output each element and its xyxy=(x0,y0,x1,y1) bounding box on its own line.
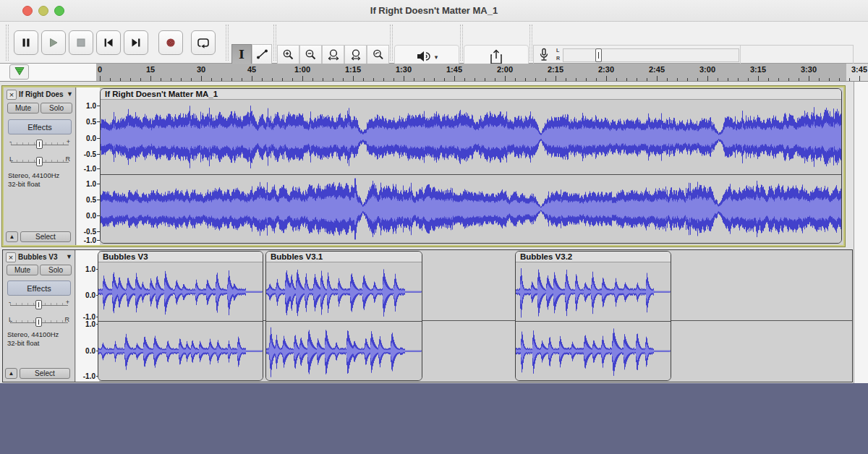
ruler-minor-tick xyxy=(110,78,111,81)
ruler-time-label: 45 xyxy=(247,65,256,74)
play-button[interactable] xyxy=(41,30,66,55)
vertical-scrollbar[interactable] xyxy=(854,82,868,383)
skip-to-start-button[interactable] xyxy=(96,30,121,55)
ruler-time-label: 1:45 xyxy=(446,65,462,74)
pan-slider-thumb[interactable] xyxy=(36,157,43,166)
ruler-minor-tick xyxy=(363,78,364,81)
toolbar-grip[interactable] xyxy=(529,25,532,61)
vertical-scale[interactable]: 1.00.50.0-0.5-1.01.00.50.0-0.5-1.0 xyxy=(77,87,100,245)
ruler-minor-tick xyxy=(586,78,587,81)
ruler-major-tick xyxy=(302,76,303,81)
ruler-minor-tick xyxy=(242,78,242,81)
audio-clip[interactable]: Bubbles V3 xyxy=(98,251,263,381)
track-title[interactable]: Bubbles V3 xyxy=(18,253,63,261)
clip-title: Bubbles V3 xyxy=(98,252,263,262)
record-meter: LR xyxy=(534,46,853,65)
ruler-major-tick xyxy=(505,76,506,81)
track-control-panel: ×Bubbles V3▼MuteSoloEffects-+LRStereo, 4… xyxy=(3,250,75,382)
track-menu-icon[interactable]: ▼ xyxy=(66,253,72,260)
zoom-in-icon xyxy=(282,48,294,61)
close-track-button[interactable]: × xyxy=(6,252,16,262)
effects-button[interactable]: Effects xyxy=(7,280,71,296)
track-title[interactable]: If Right Doesn xyxy=(19,90,64,98)
record-meter-bar[interactable] xyxy=(563,48,739,62)
collapse-track-button[interactable]: ▲ xyxy=(6,231,18,242)
microphone-icon[interactable] xyxy=(538,48,550,65)
effects-button[interactable]: Effects xyxy=(8,119,72,134)
track-2[interactable]: ×Bubbles V3▼MuteSoloEffects-+LRStereo, 4… xyxy=(2,249,853,382)
ruler-minor-tick xyxy=(849,78,850,81)
chevron-down-icon: ▾ xyxy=(435,53,438,61)
toolbar-grip[interactable] xyxy=(390,25,393,61)
audio-clip[interactable]: Bubbles V3.1 xyxy=(265,251,422,381)
timeline-scale[interactable] xyxy=(96,64,846,81)
scale-label: -1.0 xyxy=(84,165,96,173)
skip-to-end-button[interactable] xyxy=(124,30,148,55)
scale-label: -1.0 xyxy=(84,236,96,244)
track-format-info: 32-bit float xyxy=(8,180,40,188)
track-1[interactable]: ×If Right Doesn▼MuteSoloEffects-+LRStere… xyxy=(2,86,845,247)
zoom-out-button[interactable] xyxy=(299,45,322,64)
pause-button[interactable] xyxy=(14,30,38,55)
share-icon xyxy=(464,49,528,65)
zoom-to-project-icon xyxy=(349,48,362,61)
zoom-toggle-button[interactable] xyxy=(367,45,389,64)
audio-clip[interactable]: If Right Doesn't Matter MA_1 xyxy=(100,88,842,244)
meter-channel-label: L xyxy=(556,48,559,53)
mute-button[interactable]: Mute xyxy=(7,265,38,275)
scale-label: -0.5 xyxy=(84,150,96,158)
ruler-minor-tick xyxy=(525,78,526,81)
ruler-minor-tick xyxy=(485,78,485,81)
track-menu-icon[interactable]: ▼ xyxy=(67,90,73,98)
toolbar-grip[interactable] xyxy=(460,25,463,61)
toolbar-grip[interactable] xyxy=(273,25,276,61)
ruler-minor-tick xyxy=(667,78,668,81)
selection-tool-button[interactable]: I xyxy=(231,44,252,64)
ruler-minor-tick xyxy=(475,78,475,81)
pan-slider[interactable]: LR xyxy=(7,316,71,326)
ruler-minor-tick xyxy=(596,78,597,81)
waveform-channel-1 xyxy=(266,262,422,321)
timeline-options-button[interactable] xyxy=(9,64,29,80)
gain-slider-thumb[interactable] xyxy=(35,300,42,309)
ruler-minor-tick xyxy=(545,78,546,81)
vertical-scale[interactable]: 1.00.0-1.01.00.0-1.0 xyxy=(76,250,99,382)
collapse-track-button[interactable]: ▲ xyxy=(5,368,17,379)
ruler-major-tick xyxy=(100,76,101,81)
pan-slider[interactable]: LR xyxy=(8,155,72,166)
gain-slider[interactable]: -+ xyxy=(8,138,72,148)
ruler-minor-tick xyxy=(171,78,171,81)
ruler-minor-tick xyxy=(312,78,313,81)
select-track-button[interactable]: Select xyxy=(20,231,71,242)
clip-title: Bubbles V3.2 xyxy=(516,252,671,262)
stop-button[interactable] xyxy=(69,30,93,55)
gain-slider-thumb[interactable] xyxy=(36,140,43,149)
close-track-button[interactable]: × xyxy=(7,90,17,100)
solo-button[interactable]: Solo xyxy=(40,265,72,275)
gain-slider[interactable]: -+ xyxy=(7,299,71,309)
scale-label: 1.0 xyxy=(86,102,96,110)
speaker-icon: ▾ xyxy=(395,49,459,65)
envelope-tool-button[interactable] xyxy=(252,44,272,64)
zoom-to-project-button[interactable] xyxy=(344,45,367,64)
record-button[interactable] xyxy=(158,30,183,55)
mute-button[interactable]: Mute xyxy=(7,103,39,113)
zoom-to-selection-button[interactable] xyxy=(322,45,344,64)
select-track-button[interactable]: Select xyxy=(20,368,70,379)
ruler-time-label: 30 xyxy=(197,65,205,74)
pan-slider-thumb[interactable] xyxy=(35,317,42,327)
ruler-time-label: 0 xyxy=(98,65,102,74)
waveform-channel-2 xyxy=(516,322,671,380)
zoom-in-button[interactable] xyxy=(277,45,299,64)
audio-clip[interactable]: Bubbles V3.2 xyxy=(515,251,671,381)
ruler-time-label: 1:15 xyxy=(345,65,361,74)
toolbar: I* ↶↷ ▾ Audio Setup Share Audio LRLR xyxy=(0,22,868,64)
loop-button[interactable] xyxy=(191,30,216,55)
toolbar-grip[interactable] xyxy=(6,25,9,61)
clip-title: If Right Doesn't Matter MA_1 xyxy=(101,89,841,100)
timeline-ruler[interactable]: 01530451:001:151:301:452:002:152:302:453… xyxy=(0,64,868,82)
record-meter-slider-thumb[interactable] xyxy=(595,48,602,62)
solo-button[interactable]: Solo xyxy=(41,103,72,113)
ruler-minor-tick xyxy=(130,78,131,81)
toolbar-grip[interactable] xyxy=(226,25,229,61)
